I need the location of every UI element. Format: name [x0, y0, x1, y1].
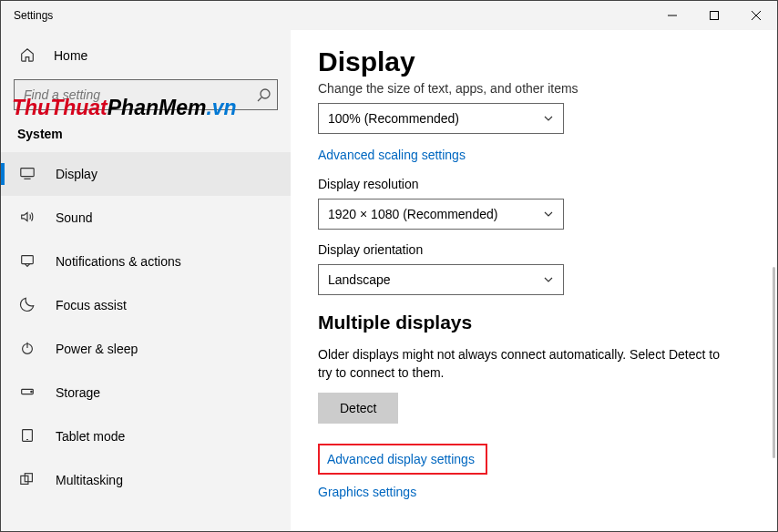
- search-input-wrap[interactable]: [14, 79, 278, 110]
- sidebar: Home System Display Sound: [1, 30, 291, 531]
- storage-icon: [19, 384, 37, 402]
- focus-assist-icon: [19, 296, 37, 314]
- scale-label: Change the size of text, apps, and other…: [318, 81, 750, 96]
- orientation-value: Landscape: [328, 272, 391, 287]
- svg-line-5: [258, 97, 261, 101]
- sidebar-item-multitasking[interactable]: Multitasking: [1, 458, 291, 502]
- sidebar-item-storage[interactable]: Storage: [1, 371, 291, 414]
- nav-list: Display Sound Notifications & actions Fo…: [1, 152, 291, 502]
- tablet-icon: [19, 427, 37, 445]
- maximize-button[interactable]: [693, 1, 735, 30]
- sound-icon: [19, 209, 37, 227]
- scale-dropdown[interactable]: 100% (Recommended): [318, 103, 564, 134]
- sidebar-item-tablet-mode[interactable]: Tablet mode: [1, 414, 291, 458]
- highlight-annotation: Advanced display settings: [318, 444, 487, 475]
- multitasking-icon: [19, 471, 37, 489]
- sidebar-item-focus-assist[interactable]: Focus assist: [1, 283, 291, 327]
- window-controls: [651, 1, 777, 30]
- advanced-display-link[interactable]: Advanced display settings: [327, 452, 475, 466]
- resolution-value: 1920 × 1080 (Recommended): [328, 207, 497, 221]
- sidebar-item-label: Power & sleep: [56, 342, 138, 356]
- resolution-label: Display resolution: [318, 177, 750, 191]
- orientation-label: Display orientation: [318, 242, 750, 257]
- sidebar-item-label: Sound: [56, 210, 92, 225]
- sidebar-item-label: Storage: [56, 385, 100, 400]
- notifications-icon: [19, 252, 37, 271]
- scrollbar[interactable]: [773, 267, 775, 458]
- chevron-down-icon: [543, 113, 554, 124]
- sidebar-item-label: Multitasking: [56, 473, 123, 487]
- svg-point-4: [261, 89, 270, 98]
- sidebar-item-power-sleep[interactable]: Power & sleep: [1, 327, 291, 371]
- sidebar-item-label: Notifications & actions: [56, 254, 181, 269]
- sidebar-item-label: Display: [56, 167, 97, 181]
- resolution-dropdown[interactable]: 1920 × 1080 (Recommended): [318, 199, 564, 230]
- chevron-down-icon: [543, 209, 554, 220]
- page-title: Display: [318, 46, 750, 77]
- svg-rect-1: [711, 12, 719, 20]
- sidebar-item-display[interactable]: Display: [1, 152, 291, 196]
- home-label: Home: [54, 48, 87, 63]
- home-item[interactable]: Home: [1, 36, 291, 76]
- detect-button[interactable]: Detect: [318, 393, 398, 424]
- multiple-displays-desc: Older displays might not always connect …: [318, 346, 737, 382]
- power-icon: [19, 340, 37, 358]
- window-title: Settings: [1, 9, 53, 22]
- display-icon: [19, 165, 37, 183]
- search-input[interactable]: [24, 87, 257, 102]
- svg-point-12: [31, 391, 32, 392]
- close-button[interactable]: [735, 1, 777, 30]
- sidebar-item-notifications[interactable]: Notifications & actions: [1, 240, 291, 283]
- search-icon: [257, 87, 271, 102]
- graphics-settings-link[interactable]: Graphics settings: [318, 485, 416, 499]
- orientation-dropdown[interactable]: Landscape: [318, 264, 564, 295]
- titlebar: Settings: [1, 1, 777, 30]
- sidebar-item-label: Focus assist: [56, 298, 127, 312]
- sidebar-item-sound[interactable]: Sound: [1, 196, 291, 240]
- multiple-displays-heading: Multiple displays: [318, 312, 750, 333]
- chevron-down-icon: [543, 274, 554, 285]
- scale-value: 100% (Recommended): [328, 111, 459, 126]
- minimize-button[interactable]: [651, 1, 693, 30]
- home-icon: [19, 46, 37, 65]
- section-title: System: [1, 121, 291, 152]
- svg-rect-6: [21, 169, 34, 177]
- sidebar-item-label: Tablet mode: [56, 429, 125, 444]
- main-content: Display Change the size of text, apps, a…: [291, 30, 777, 531]
- advanced-scaling-link[interactable]: Advanced scaling settings: [318, 148, 466, 162]
- svg-rect-8: [22, 256, 34, 264]
